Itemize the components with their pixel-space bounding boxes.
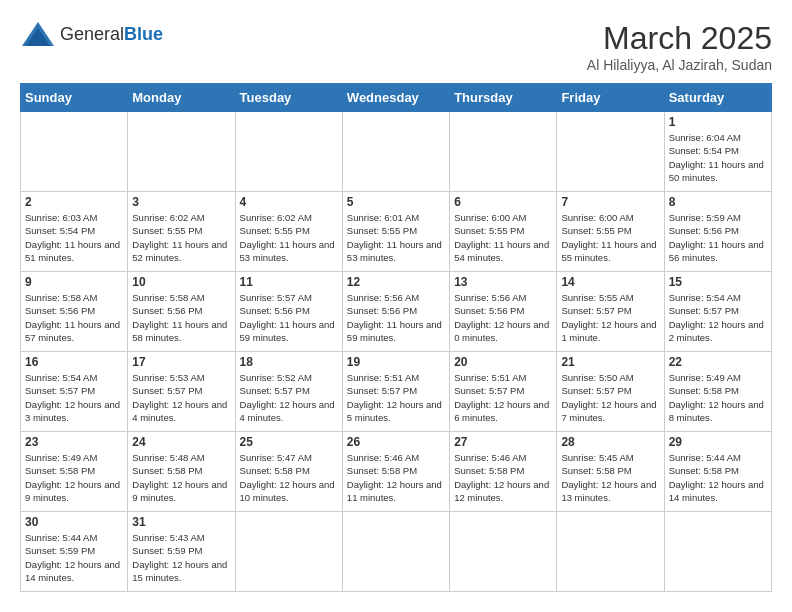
day-info: Sunrise: 6:00 AM Sunset: 5:55 PM Dayligh… bbox=[454, 211, 552, 264]
calendar-cell bbox=[235, 112, 342, 192]
weekday-header: Sunday bbox=[21, 84, 128, 112]
calendar-cell: 22Sunrise: 5:49 AM Sunset: 5:58 PM Dayli… bbox=[664, 352, 771, 432]
weekday-header: Monday bbox=[128, 84, 235, 112]
day-number: 21 bbox=[561, 355, 659, 369]
day-info: Sunrise: 5:46 AM Sunset: 5:58 PM Dayligh… bbox=[347, 451, 445, 504]
calendar-cell: 8Sunrise: 5:59 AM Sunset: 5:56 PM Daylig… bbox=[664, 192, 771, 272]
day-number: 29 bbox=[669, 435, 767, 449]
calendar-cell: 18Sunrise: 5:52 AM Sunset: 5:57 PM Dayli… bbox=[235, 352, 342, 432]
calendar-cell: 24Sunrise: 5:48 AM Sunset: 5:58 PM Dayli… bbox=[128, 432, 235, 512]
day-info: Sunrise: 5:58 AM Sunset: 5:56 PM Dayligh… bbox=[25, 291, 123, 344]
calendar-cell: 21Sunrise: 5:50 AM Sunset: 5:57 PM Dayli… bbox=[557, 352, 664, 432]
logo: GeneralBlue bbox=[20, 20, 163, 48]
calendar-cell bbox=[664, 512, 771, 592]
calendar-cell: 13Sunrise: 5:56 AM Sunset: 5:56 PM Dayli… bbox=[450, 272, 557, 352]
day-info: Sunrise: 6:02 AM Sunset: 5:55 PM Dayligh… bbox=[132, 211, 230, 264]
calendar-week-row: 2Sunrise: 6:03 AM Sunset: 5:54 PM Daylig… bbox=[21, 192, 772, 272]
day-info: Sunrise: 5:44 AM Sunset: 5:58 PM Dayligh… bbox=[669, 451, 767, 504]
day-number: 18 bbox=[240, 355, 338, 369]
day-info: Sunrise: 5:48 AM Sunset: 5:58 PM Dayligh… bbox=[132, 451, 230, 504]
weekday-header: Saturday bbox=[664, 84, 771, 112]
calendar-cell: 15Sunrise: 5:54 AM Sunset: 5:57 PM Dayli… bbox=[664, 272, 771, 352]
calendar-cell: 9Sunrise: 5:58 AM Sunset: 5:56 PM Daylig… bbox=[21, 272, 128, 352]
day-number: 28 bbox=[561, 435, 659, 449]
calendar-cell: 26Sunrise: 5:46 AM Sunset: 5:58 PM Dayli… bbox=[342, 432, 449, 512]
day-number: 12 bbox=[347, 275, 445, 289]
day-info: Sunrise: 5:51 AM Sunset: 5:57 PM Dayligh… bbox=[454, 371, 552, 424]
day-number: 25 bbox=[240, 435, 338, 449]
title-block: March 2025 Al Hilaliyya, Al Jazirah, Sud… bbox=[587, 20, 772, 73]
calendar-cell bbox=[450, 512, 557, 592]
weekday-header: Thursday bbox=[450, 84, 557, 112]
calendar-cell bbox=[342, 112, 449, 192]
page-header: GeneralBlue March 2025 Al Hilaliyya, Al … bbox=[20, 20, 772, 73]
calendar-cell: 6Sunrise: 6:00 AM Sunset: 5:55 PM Daylig… bbox=[450, 192, 557, 272]
calendar-cell: 12Sunrise: 5:56 AM Sunset: 5:56 PM Dayli… bbox=[342, 272, 449, 352]
calendar-cell bbox=[342, 512, 449, 592]
calendar-week-row: 30Sunrise: 5:44 AM Sunset: 5:59 PM Dayli… bbox=[21, 512, 772, 592]
calendar-week-row: 1Sunrise: 6:04 AM Sunset: 5:54 PM Daylig… bbox=[21, 112, 772, 192]
day-info: Sunrise: 5:47 AM Sunset: 5:58 PM Dayligh… bbox=[240, 451, 338, 504]
calendar-week-row: 23Sunrise: 5:49 AM Sunset: 5:58 PM Dayli… bbox=[21, 432, 772, 512]
day-number: 3 bbox=[132, 195, 230, 209]
day-info: Sunrise: 6:00 AM Sunset: 5:55 PM Dayligh… bbox=[561, 211, 659, 264]
calendar-cell: 17Sunrise: 5:53 AM Sunset: 5:57 PM Dayli… bbox=[128, 352, 235, 432]
calendar-cell: 2Sunrise: 6:03 AM Sunset: 5:54 PM Daylig… bbox=[21, 192, 128, 272]
calendar-cell bbox=[557, 112, 664, 192]
day-info: Sunrise: 5:45 AM Sunset: 5:58 PM Dayligh… bbox=[561, 451, 659, 504]
day-info: Sunrise: 6:01 AM Sunset: 5:55 PM Dayligh… bbox=[347, 211, 445, 264]
day-number: 8 bbox=[669, 195, 767, 209]
day-info: Sunrise: 5:58 AM Sunset: 5:56 PM Dayligh… bbox=[132, 291, 230, 344]
weekday-header: Tuesday bbox=[235, 84, 342, 112]
day-info: Sunrise: 5:56 AM Sunset: 5:56 PM Dayligh… bbox=[454, 291, 552, 344]
calendar-cell bbox=[235, 512, 342, 592]
calendar-week-row: 16Sunrise: 5:54 AM Sunset: 5:57 PM Dayli… bbox=[21, 352, 772, 432]
day-info: Sunrise: 6:02 AM Sunset: 5:55 PM Dayligh… bbox=[240, 211, 338, 264]
day-number: 2 bbox=[25, 195, 123, 209]
day-number: 7 bbox=[561, 195, 659, 209]
calendar-cell: 19Sunrise: 5:51 AM Sunset: 5:57 PM Dayli… bbox=[342, 352, 449, 432]
day-info: Sunrise: 5:43 AM Sunset: 5:59 PM Dayligh… bbox=[132, 531, 230, 584]
day-number: 9 bbox=[25, 275, 123, 289]
day-number: 24 bbox=[132, 435, 230, 449]
day-info: Sunrise: 6:04 AM Sunset: 5:54 PM Dayligh… bbox=[669, 131, 767, 184]
day-number: 30 bbox=[25, 515, 123, 529]
calendar-cell: 20Sunrise: 5:51 AM Sunset: 5:57 PM Dayli… bbox=[450, 352, 557, 432]
calendar-cell: 7Sunrise: 6:00 AM Sunset: 5:55 PM Daylig… bbox=[557, 192, 664, 272]
logo-text: GeneralBlue bbox=[60, 24, 163, 45]
day-number: 27 bbox=[454, 435, 552, 449]
day-number: 31 bbox=[132, 515, 230, 529]
calendar-cell bbox=[557, 512, 664, 592]
calendar-cell: 27Sunrise: 5:46 AM Sunset: 5:58 PM Dayli… bbox=[450, 432, 557, 512]
day-number: 23 bbox=[25, 435, 123, 449]
day-number: 1 bbox=[669, 115, 767, 129]
day-number: 16 bbox=[25, 355, 123, 369]
day-info: Sunrise: 5:49 AM Sunset: 5:58 PM Dayligh… bbox=[669, 371, 767, 424]
calendar-cell: 4Sunrise: 6:02 AM Sunset: 5:55 PM Daylig… bbox=[235, 192, 342, 272]
day-number: 14 bbox=[561, 275, 659, 289]
calendar-cell bbox=[128, 112, 235, 192]
day-info: Sunrise: 5:52 AM Sunset: 5:57 PM Dayligh… bbox=[240, 371, 338, 424]
day-info: Sunrise: 5:50 AM Sunset: 5:57 PM Dayligh… bbox=[561, 371, 659, 424]
day-info: Sunrise: 5:54 AM Sunset: 5:57 PM Dayligh… bbox=[669, 291, 767, 344]
calendar-cell: 25Sunrise: 5:47 AM Sunset: 5:58 PM Dayli… bbox=[235, 432, 342, 512]
calendar-cell: 14Sunrise: 5:55 AM Sunset: 5:57 PM Dayli… bbox=[557, 272, 664, 352]
day-info: Sunrise: 5:51 AM Sunset: 5:57 PM Dayligh… bbox=[347, 371, 445, 424]
day-number: 5 bbox=[347, 195, 445, 209]
calendar-cell bbox=[450, 112, 557, 192]
day-number: 10 bbox=[132, 275, 230, 289]
calendar-cell: 1Sunrise: 6:04 AM Sunset: 5:54 PM Daylig… bbox=[664, 112, 771, 192]
day-number: 6 bbox=[454, 195, 552, 209]
calendar-cell: 30Sunrise: 5:44 AM Sunset: 5:59 PM Dayli… bbox=[21, 512, 128, 592]
calendar-cell: 28Sunrise: 5:45 AM Sunset: 5:58 PM Dayli… bbox=[557, 432, 664, 512]
calendar-cell: 29Sunrise: 5:44 AM Sunset: 5:58 PM Dayli… bbox=[664, 432, 771, 512]
day-number: 11 bbox=[240, 275, 338, 289]
day-info: Sunrise: 5:53 AM Sunset: 5:57 PM Dayligh… bbox=[132, 371, 230, 424]
calendar-cell bbox=[21, 112, 128, 192]
day-number: 19 bbox=[347, 355, 445, 369]
calendar-cell: 31Sunrise: 5:43 AM Sunset: 5:59 PM Dayli… bbox=[128, 512, 235, 592]
day-number: 13 bbox=[454, 275, 552, 289]
day-number: 4 bbox=[240, 195, 338, 209]
weekday-header: Friday bbox=[557, 84, 664, 112]
calendar-cell: 10Sunrise: 5:58 AM Sunset: 5:56 PM Dayli… bbox=[128, 272, 235, 352]
